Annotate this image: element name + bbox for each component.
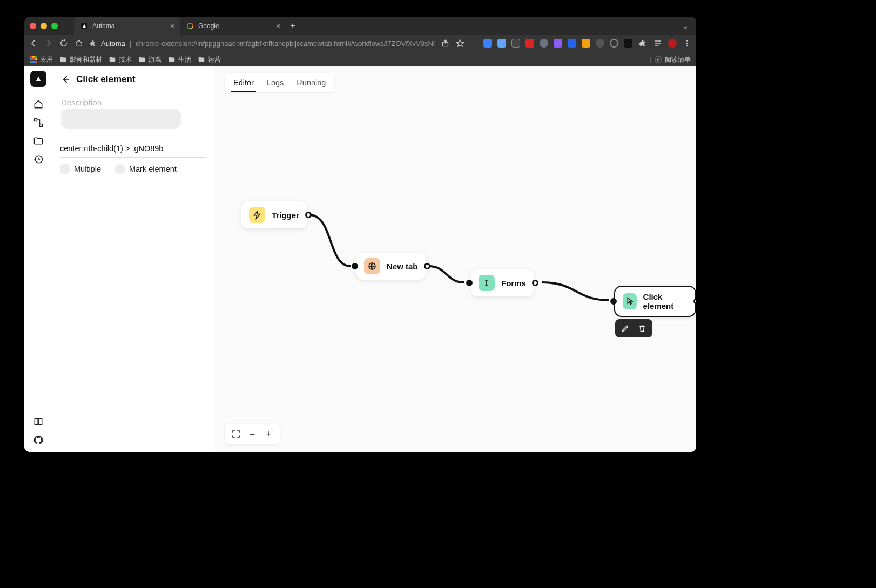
node-newtab[interactable]: New tab [356, 253, 426, 280]
url-host: Automa [101, 39, 125, 48]
automa-ext-icon[interactable] [624, 39, 632, 48]
node-label: Trigger [272, 211, 299, 220]
new-tab-button[interactable]: + [286, 17, 300, 35]
ext-gmail-icon[interactable] [525, 39, 534, 48]
close-tab-icon[interactable]: × [170, 22, 174, 30]
bookmark-label: 影音和器材 [70, 55, 102, 64]
traffic-lights [30, 23, 58, 29]
node-click-element[interactable]: Click element [614, 286, 696, 317]
star-icon[interactable] [455, 38, 465, 48]
home-icon[interactable] [74, 38, 84, 48]
tab-editor[interactable]: Editor [227, 73, 260, 92]
editor-tabs: Editor Logs Running [225, 73, 334, 92]
workflow-nav-icon[interactable] [33, 117, 44, 128]
browser-tab-automa[interactable]: Automa × [74, 17, 180, 35]
bookmark-bar: 应用 影音和器材 技术 游戏 生活 运营 | 阅读清单 [24, 52, 696, 66]
bookmark-folder[interactable]: 游戏 [138, 55, 161, 64]
share-icon[interactable] [440, 38, 450, 48]
description-input[interactable] [61, 109, 181, 129]
output-port[interactable] [424, 263, 430, 269]
fit-screen-button[interactable] [228, 427, 244, 441]
shadow [359, 280, 423, 283]
shadow [473, 296, 531, 300]
node-actions [615, 319, 652, 337]
github-nav-icon[interactable] [33, 435, 44, 445]
zoom-in-button[interactable]: + [260, 427, 277, 441]
zoom-out-button[interactable]: − [244, 427, 260, 441]
input-port[interactable] [466, 280, 473, 286]
ext-shield-icon[interactable] [596, 39, 604, 48]
extensions-group [483, 38, 692, 48]
output-port[interactable] [532, 280, 538, 286]
mark-element-checkbox[interactable]: Mark element [115, 164, 177, 174]
properties-panel: Click element Description Multiple Mark … [52, 66, 214, 452]
reload-icon[interactable] [59, 38, 69, 48]
cursor-click-icon [623, 293, 637, 309]
url-bar[interactable]: Automa | chrome-extension://infppggnoaen… [89, 37, 435, 49]
ext-icon[interactable] [582, 39, 590, 48]
tab-logs[interactable]: Logs [260, 73, 290, 92]
tab-title: Google [198, 22, 219, 30]
bookmark-folder[interactable]: 生活 [168, 55, 191, 64]
pocket-icon[interactable] [511, 39, 520, 48]
cursor-text-icon [479, 275, 495, 291]
bookmark-apps[interactable]: 应用 [30, 55, 53, 64]
home-nav-icon[interactable] [33, 99, 44, 110]
automa-favicon-icon [80, 22, 88, 30]
ext-icon[interactable] [554, 39, 562, 48]
shadow [244, 228, 305, 232]
left-rail [24, 66, 52, 452]
forward-icon[interactable] [44, 38, 53, 48]
maximize-window-button[interactable] [51, 23, 58, 29]
bookmark-label: 技术 [119, 55, 132, 64]
tabs-chevron-icon[interactable]: ⌄ [682, 22, 689, 30]
profile-avatar[interactable] [668, 39, 677, 48]
browser-tab-google[interactable]: Google × [180, 17, 286, 35]
list-icon[interactable] [653, 38, 663, 48]
docs-nav-icon[interactable] [33, 416, 44, 427]
bookmark-folder[interactable]: 技术 [109, 55, 132, 64]
output-port[interactable] [693, 298, 696, 305]
ext-icon[interactable] [497, 39, 506, 48]
minimize-window-button[interactable] [41, 23, 47, 29]
reading-list-button[interactable]: 阅读清单 [655, 55, 691, 64]
history-nav-icon[interactable] [33, 154, 44, 165]
node-forms[interactable]: Forms [471, 269, 534, 296]
selector-input[interactable] [60, 139, 206, 158]
close-window-button[interactable] [30, 23, 36, 29]
edges-layer [214, 66, 696, 452]
folder-nav-icon[interactable] [33, 136, 44, 146]
ext-icon[interactable] [540, 39, 548, 48]
input-port[interactable] [610, 298, 617, 305]
menu-icon[interactable] [682, 38, 692, 48]
bookmark-label: 生活 [178, 55, 191, 64]
bookmark-folder[interactable]: 运营 [198, 55, 221, 64]
ext-icon[interactable] [610, 39, 618, 48]
workflow-canvas[interactable]: Editor Logs Running Trigger [214, 66, 696, 452]
description-label: Description [60, 98, 206, 107]
delete-node-button[interactable] [634, 322, 650, 334]
multiple-checkbox[interactable]: Multiple [60, 164, 101, 174]
browser-toolbar: Automa | chrome-extension://infppggnoaen… [24, 35, 696, 52]
multiple-label: Multiple [74, 165, 101, 173]
automa-logo-icon[interactable] [30, 71, 46, 87]
tab-running[interactable]: Running [290, 73, 332, 92]
back-arrow-icon[interactable] [60, 74, 71, 85]
close-tab-icon[interactable]: × [276, 22, 280, 30]
bookmark-folder[interactable]: 影音和器材 [59, 55, 102, 64]
tab-title: Automa [92, 22, 114, 30]
edit-node-button[interactable] [617, 322, 634, 334]
app-content: Click element Description Multiple Mark … [24, 66, 696, 452]
ext-icon[interactable] [568, 39, 576, 48]
mark-element-label: Mark element [129, 165, 177, 173]
input-port[interactable] [352, 263, 358, 269]
panel-title: Click element [76, 74, 136, 85]
google-favicon-icon [186, 22, 194, 30]
output-port[interactable] [305, 212, 312, 218]
node-trigger[interactable]: Trigger [241, 201, 307, 228]
extensions-icon[interactable] [638, 38, 648, 48]
svg-point-4 [686, 43, 688, 44]
ext-icon[interactable] [483, 39, 492, 48]
zoom-controls: − + [225, 424, 280, 444]
back-icon[interactable] [29, 38, 38, 48]
